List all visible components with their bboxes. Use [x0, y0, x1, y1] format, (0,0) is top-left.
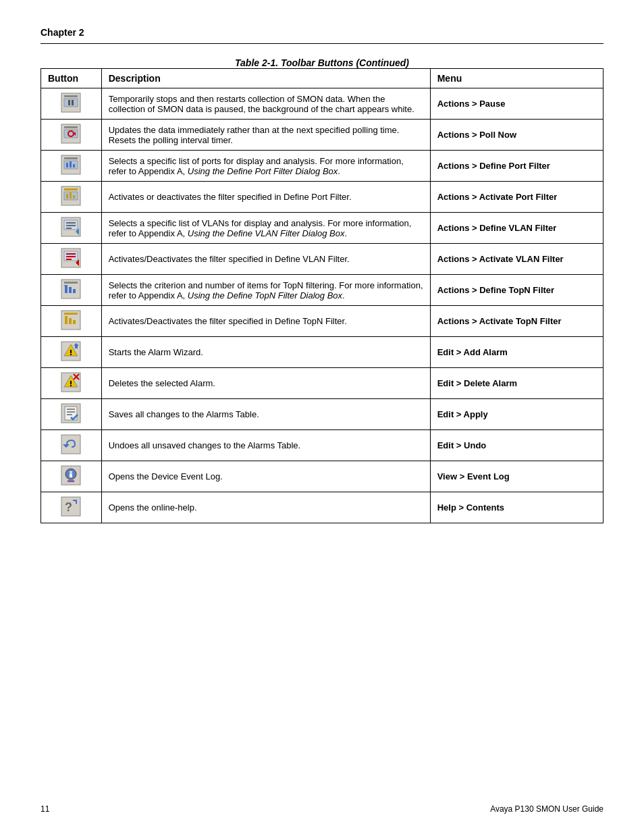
menu-cell-6: Actions > Define TopN Filter [430, 275, 603, 306]
table-row: Updates the data immediately rather than… [41, 120, 603, 151]
undo-icon [61, 434, 81, 457]
page-footer: 11 Avaya P130 SMON User Guide [41, 804, 603, 814]
define-port-filter-icon [61, 155, 81, 177]
page-number: 11 [41, 804, 49, 814]
svg-rect-41 [64, 313, 78, 315]
svg-rect-38 [73, 289, 76, 293]
event-log-icon [61, 465, 81, 488]
description-cell-1: Updates the data immediately rather than… [101, 120, 430, 151]
button-cell-10 [41, 399, 102, 430]
menu-cell-0: Actions > Pause [430, 88, 603, 120]
svg-rect-47 [70, 350, 72, 353]
svg-rect-48 [70, 354, 72, 355]
svg-rect-25 [66, 225, 76, 226]
svg-rect-59 [67, 411, 75, 413]
svg-rect-43 [69, 318, 72, 324]
add-alarm-icon [61, 341, 81, 363]
activate-port-filter-icon [61, 186, 81, 208]
svg-rect-20 [70, 192, 72, 199]
description-cell-11: Undoes all unsaved changes to the Alarms… [101, 430, 430, 461]
button-cell-9 [41, 368, 102, 399]
menu-cell-7: Actions > Activate TopN Filter [430, 306, 603, 337]
description-cell-13: Opens the online-help. [101, 492, 430, 523]
define-vlan-filter-icon [61, 217, 81, 239]
description-cell-12: Opens the Device Event Log. [101, 461, 430, 492]
menu-cell-11: Edit > Undo [430, 430, 603, 461]
svg-rect-35 [64, 282, 78, 284]
svg-rect-26 [66, 228, 72, 229]
svg-rect-13 [66, 163, 68, 167]
menu-cell-8: Edit > Add Alarm [430, 337, 603, 368]
table-row: Opens the Device Event Log.View > Event … [41, 461, 603, 492]
table-row: Selects the criterion and number of item… [41, 275, 603, 306]
button-cell-2 [41, 151, 102, 182]
svg-rect-2 [64, 99, 78, 107]
svg-rect-11 [64, 157, 78, 159]
button-cell-4 [41, 213, 102, 244]
svg-rect-19 [66, 194, 68, 199]
chapter-heading: Chapter 2 [41, 27, 603, 38]
svg-rect-66 [70, 473, 72, 477]
description-cell-7: Activates/Deactivates the filter specifi… [101, 306, 430, 337]
svg-rect-6 [64, 126, 78, 128]
svg-rect-24 [66, 222, 76, 224]
svg-rect-53 [70, 385, 72, 386]
pause-icon [61, 93, 81, 115]
header-divider [41, 43, 603, 44]
description-cell-8: Starts the Alarm Wizard. [101, 337, 430, 368]
svg-rect-44 [73, 320, 76, 324]
button-cell-8 [41, 337, 102, 368]
table-row: Temporarily stops and then restarts coll… [41, 88, 603, 120]
button-cell-13: ? [41, 492, 102, 523]
menu-cell-9: Edit > Delete Alarm [430, 368, 603, 399]
toolbar-buttons-table: Button Description Menu Temporarily stop… [41, 68, 603, 523]
svg-rect-32 [66, 259, 72, 260]
button-cell-12 [41, 461, 102, 492]
table-row: Starts the Alarm Wizard.Edit > Add Alarm [41, 337, 603, 368]
help-contents-icon: ? [61, 496, 81, 519]
table-row: Activates/Deactivates the filter specifi… [41, 306, 603, 337]
table-row: ? Opens the online-help.Help > Contents [41, 492, 603, 523]
activate-vlan-filter-icon [61, 248, 81, 270]
menu-cell-5: Actions > Activate VLAN Filter [430, 244, 603, 275]
button-cell-11 [41, 430, 102, 461]
activate-topn-filter-icon [61, 310, 81, 332]
svg-rect-30 [66, 253, 76, 255]
menu-cell-13: Help > Contents [430, 492, 603, 523]
menu-cell-4: Actions > Define VLAN Filter [430, 213, 603, 244]
define-topn-filter-icon [61, 279, 81, 301]
table-row: Activates or deactivates the filter spec… [41, 182, 603, 213]
button-cell-1 [41, 120, 102, 151]
svg-rect-1 [64, 95, 78, 97]
svg-rect-17 [64, 188, 78, 190]
description-cell-10: Saves all changes to the Alarms Table. [101, 399, 430, 430]
menu-cell-1: Actions > Poll Now [430, 120, 603, 151]
product-name: Avaya P130 SMON User Guide [490, 804, 603, 814]
svg-rect-15 [73, 164, 75, 167]
menu-cell-12: View > Event Log [430, 461, 603, 492]
table-row: Deletes the selected Alarm.Edit > Delete… [41, 368, 603, 399]
description-cell-0: Temporarily stops and then restarts coll… [101, 88, 430, 120]
svg-rect-65 [70, 471, 72, 473]
button-cell-5 [41, 244, 102, 275]
menu-cell-2: Actions > Define Port Filter [430, 151, 603, 182]
svg-rect-42 [65, 316, 68, 324]
button-cell-6 [41, 275, 102, 306]
svg-rect-39 [64, 285, 65, 286]
svg-rect-58 [67, 409, 75, 410]
table-row: Undoes all unsaved changes to the Alarms… [41, 430, 603, 461]
table-title: Table 2-1. Toolbar Buttons (Continued) [41, 57, 603, 68]
poll-now-icon [61, 124, 81, 146]
description-cell-6: Selects the criterion and number of item… [101, 275, 430, 306]
button-cell-3 [41, 182, 102, 213]
col-description: Description [101, 69, 430, 88]
svg-rect-3 [68, 100, 70, 105]
svg-rect-52 [70, 381, 72, 384]
svg-rect-4 [72, 100, 74, 105]
button-cell-0 [41, 88, 102, 120]
table-row: Selects a specific list of VLANs for dis… [41, 213, 603, 244]
description-cell-2: Selects a specific list of ports for dis… [101, 151, 430, 182]
svg-rect-67 [68, 480, 74, 482]
menu-cell-10: Edit > Apply [430, 399, 603, 430]
svg-text:?: ? [65, 500, 72, 514]
